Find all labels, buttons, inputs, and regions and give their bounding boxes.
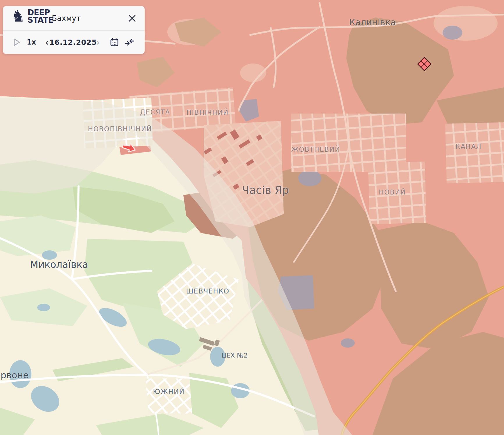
prev-date-icon[interactable]: ‹ [45,37,49,47]
street-grid-novyi [368,162,426,224]
deepstate-map-view[interactable]: КалинівкаДЕСЯТАПІВНІЧНИЙНОВОПІВНІЧНИЙЖОВ… [0,0,504,435]
deepstate-logo[interactable]: ♞ DEEP STATE [11,8,53,24]
location-title: Бахмут [52,14,81,23]
brand-line2: STATE [27,16,53,24]
street-grid-kanal [445,122,504,183]
brand-wordmark: DEEP STATE [27,9,53,24]
play-icon[interactable] [13,38,21,46]
close-icon[interactable] [127,13,137,23]
street-grid-yuzhny [145,379,192,413]
calendar-icon[interactable] [110,38,119,47]
panel-header-row: ♞ DEEP STATE Бахмут [3,6,145,30]
playback-speed[interactable]: 1x [27,38,36,46]
timeline-control-panel: ♞ DEEP STATE Бахмут 1x ‹ [3,6,145,54]
date-display[interactable]: 16.12.2025 [49,38,97,47]
next-date-icon[interactable]: › [96,37,100,47]
panel-timeline-row: 1x ‹ 16.12.2025 › [3,31,145,54]
jump-to-latest-icon[interactable] [125,38,134,47]
map-canvas[interactable] [0,0,504,435]
knight-logo-icon: ♞ [11,8,25,24]
